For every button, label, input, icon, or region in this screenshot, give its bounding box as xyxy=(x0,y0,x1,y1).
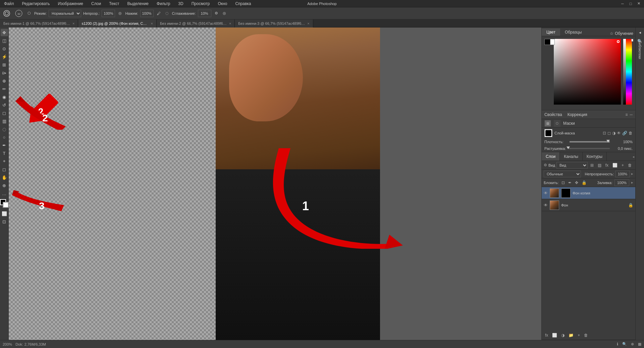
color-tab-swatches[interactable]: Образцы xyxy=(560,28,586,36)
lock-pixels-icon[interactable]: ⊡ xyxy=(561,180,566,186)
healing-tool[interactable]: ⊕ xyxy=(1,77,8,84)
lasso-tool[interactable]: ⊙ xyxy=(1,45,8,52)
layer-visibility-fon-icon[interactable]: 👁 xyxy=(544,203,548,208)
fill-arrow[interactable]: ▸ xyxy=(631,180,633,185)
adjustment-icon[interactable]: ◑ xyxy=(560,332,566,338)
new-group-icon[interactable]: ⊞ xyxy=(589,162,595,168)
history-brush[interactable]: ↺ xyxy=(1,101,8,109)
color-swatches[interactable] xyxy=(0,199,9,208)
color-alpha-bar[interactable] xyxy=(623,39,626,105)
selection-tool[interactable]: ◫ xyxy=(1,37,8,44)
new-adjustment-icon[interactable]: ▨ xyxy=(596,162,603,168)
mask-delete-icon[interactable]: 🗑 xyxy=(629,131,633,135)
new-layer-icon-bottom[interactable]: + xyxy=(576,332,581,338)
dodge-tool[interactable]: ○ xyxy=(1,133,8,141)
smoothing-icon[interactable]: ◌ xyxy=(164,9,170,18)
libraries-label[interactable]: Библиотеки xyxy=(636,46,644,54)
color-hue-bar[interactable] xyxy=(626,39,632,105)
tab-close-1[interactable]: × xyxy=(151,21,153,25)
minimize-button[interactable]: ─ xyxy=(620,1,625,6)
bottom-layers-icon[interactable]: ▦ xyxy=(638,342,641,346)
blend-mode-select[interactable]: Нормальный xyxy=(49,10,81,17)
paths-tab[interactable]: Контуры xyxy=(583,152,607,161)
color-spectrum[interactable] xyxy=(542,36,635,110)
delete-layer-icon[interactable]: 🗑 xyxy=(627,162,633,168)
close-button[interactable]: ✕ xyxy=(636,1,641,6)
layer-visibility-icon[interactable]: 👁 xyxy=(544,191,548,195)
mask-link-icon[interactable]: 🔗 xyxy=(622,131,627,135)
eraser-tool[interactable]: ◻ xyxy=(1,109,8,117)
mask-subtract-icon[interactable]: ◻ xyxy=(607,131,611,135)
layers-panel-expand[interactable]: ◂ xyxy=(631,152,635,161)
brush-preset[interactable]: 32 xyxy=(13,9,24,18)
mask-select-icon[interactable]: ⊡ xyxy=(603,131,606,135)
menu-layers[interactable]: Слои xyxy=(90,1,102,7)
layer-mask-icon[interactable]: ⬜ xyxy=(611,162,619,168)
blend-mode-select[interactable]: Обычные xyxy=(544,171,581,177)
layers-tab[interactable]: Слои xyxy=(542,152,560,161)
flow-input[interactable] xyxy=(140,10,154,17)
new-layer-icon[interactable]: + xyxy=(620,162,625,168)
properties-collapse-icon[interactable]: ─ xyxy=(630,112,633,117)
menu-help[interactable]: Справка xyxy=(234,1,252,7)
menu-edit[interactable]: Редактировать xyxy=(21,1,51,7)
density-slider[interactable] xyxy=(570,141,610,142)
menu-image[interactable]: Изображение xyxy=(56,1,85,7)
opacity-arrow[interactable]: ▸ xyxy=(631,172,633,176)
path-tool[interactable]: ⌖ xyxy=(1,158,8,165)
smoothing-input[interactable] xyxy=(198,10,211,17)
pen-tool[interactable]: ✒ xyxy=(1,141,8,149)
canvas-area[interactable]: 1 2 2 3 xyxy=(9,27,541,340)
opacity-input[interactable] xyxy=(102,10,115,17)
smoothing-settings[interactable]: ⚙ xyxy=(213,9,219,18)
add-mask-icon[interactable]: ⬜ xyxy=(551,332,558,338)
mask-eye-icon[interactable]: 👁 xyxy=(617,131,621,135)
tab-close-3[interactable]: × xyxy=(307,21,309,25)
layer-mask-thumbnail[interactable] xyxy=(544,129,552,137)
density-slider-handle[interactable] xyxy=(606,140,610,142)
menu-select[interactable]: Выделение xyxy=(126,1,150,7)
lock-artboards-icon[interactable]: 🔒 xyxy=(581,180,587,186)
lock-position-icon[interactable]: ✒ xyxy=(568,180,572,186)
tab-close-2[interactable]: × xyxy=(229,21,231,25)
mask-image-icon[interactable]: ▨ xyxy=(544,120,551,127)
airbrush-icon[interactable]: ◎ xyxy=(117,9,123,18)
pressure-icon[interactable]: 🖊 xyxy=(156,9,162,18)
blur-tool[interactable]: ◌ xyxy=(1,125,8,133)
tab-close-0[interactable]: × xyxy=(72,21,74,25)
background-color[interactable] xyxy=(3,202,9,208)
quick-mask[interactable]: ⬜ xyxy=(1,210,8,217)
shape-tool[interactable]: ◻ xyxy=(1,166,8,173)
channels-tab[interactable]: Каналы xyxy=(560,152,583,161)
layer-style-icon[interactable]: fx xyxy=(604,162,610,168)
menu-window[interactable]: Окно xyxy=(216,1,228,7)
menu-3d[interactable]: 3D xyxy=(177,1,184,7)
color-gradient[interactable] xyxy=(554,39,621,105)
bottom-zoom-icon[interactable]: ⊕ xyxy=(631,342,634,346)
gradient-tool[interactable]: ▥ xyxy=(1,117,8,125)
menu-file[interactable]: Файл xyxy=(3,1,15,7)
tab-1[interactable]: s1200 (2).jpg @ 200% (Фон копия, Слой-ма… xyxy=(78,19,156,27)
stamp-tool[interactable]: ◉ xyxy=(1,93,8,101)
extra-settings[interactable]: ◎ xyxy=(221,9,227,18)
magic-wand-tool[interactable]: ⚡ xyxy=(1,53,8,60)
mask-invert-icon[interactable]: ◑ xyxy=(612,131,615,135)
brush-icon-toolbar[interactable] xyxy=(2,9,11,18)
tab-3[interactable]: Без имени-3 @ 66,7% (59147ac489f6d15bf7f… xyxy=(235,19,313,27)
filter-icon[interactable]: ⚙ xyxy=(544,163,547,167)
correction-tab[interactable]: Коррекция xyxy=(568,112,587,117)
properties-menu-icon[interactable]: ≡ xyxy=(625,112,628,117)
panel-toggle[interactable]: ◂ xyxy=(636,29,644,36)
layers-fill-input[interactable] xyxy=(614,179,629,186)
layers-opacity-input[interactable] xyxy=(615,171,630,177)
tool-preset-button[interactable]: ⬡ xyxy=(26,9,32,18)
menu-filter[interactable]: Фильтр xyxy=(155,1,171,7)
text-tool[interactable]: T xyxy=(1,150,8,157)
bottom-info-icon[interactable]: ℹ xyxy=(617,342,618,346)
extra-tools[interactable]: … xyxy=(1,190,8,197)
color-picker-cursor[interactable] xyxy=(617,40,620,43)
menu-view[interactable]: Просмотр xyxy=(190,1,211,7)
properties-tab[interactable]: Свойства xyxy=(544,112,562,117)
brush-tool[interactable]: ✏ xyxy=(1,85,8,93)
lock-all-icon[interactable]: ✥ xyxy=(574,180,579,186)
